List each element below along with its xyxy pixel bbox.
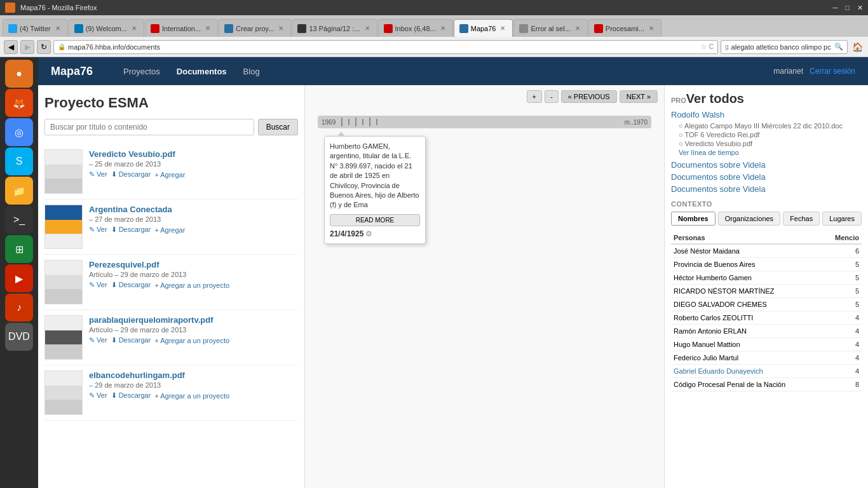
doc-link-1[interactable]: Documentos sobre Videla [671,172,862,182]
tab-close-international[interactable]: ✕ [203,24,212,33]
ctx-tab-3[interactable]: Lugares [822,212,862,226]
tab-international[interactable]: Internation... ✕ [145,19,218,37]
read-more-button[interactable]: READ MORE [330,214,420,226]
refresh-icon[interactable]: C [709,43,714,50]
tab-crear[interactable]: Crear proy... ✕ [219,19,291,37]
maximize-btn[interactable]: □ [845,4,850,12]
prev-button[interactable]: « PREVIOUS [561,90,617,103]
nav-documentos[interactable]: Documentos [172,64,232,79]
ctx-tab-2[interactable]: Fechas [783,212,820,226]
tab-favicon-mapa76 [459,24,468,33]
tab-pagina[interactable]: 13 Página/12 :... ✕ [292,19,377,37]
nav-logo[interactable]: Mapa76 [51,65,93,78]
spreadsheet-icon[interactable]: ⊞ [5,235,33,263]
doc-action-3-2[interactable]: + Agregar a un proyecto [154,336,229,344]
tab-close-twitter[interactable]: ✕ [53,24,62,33]
timeline-bar[interactable]: 1969 m..1970 [318,116,651,128]
doc-action-1-1[interactable]: ⬇ Descargar [111,226,151,234]
person-count-10: 8 [824,378,862,391]
forward-button[interactable]: ▶ [20,40,34,54]
zoom-out-button[interactable]: - [545,90,559,103]
dvd-icon[interactable]: DVD [5,323,33,351]
close-btn[interactable]: ✕ [857,4,863,12]
doc-action-4-1[interactable]: ⬇ Descargar [111,391,151,400]
firefox-icon[interactable]: 🦊 [5,89,33,117]
doc-title[interactable]: Veredicto Vesubio.pdf [89,149,175,159]
doc-action-2-1[interactable]: ⬇ Descargar [111,281,151,289]
files-icon[interactable]: 📁 [5,177,33,205]
doc-action-3-1[interactable]: ⬇ Descargar [111,336,151,344]
ctx-tab-1[interactable]: Organizaciones [718,212,780,226]
doc-info: Veredicto Vesubio.pdf – 25 de marzo de 2… [89,149,298,194]
person-name-3: RICARDO NÉSTOR MARTÍNEZ [671,285,824,298]
terminal-icon[interactable]: >_ [5,206,33,234]
list-item: elbancodehurlingam.pdf – 29 de marzo de … [44,365,298,421]
url-box[interactable]: 🔒 mapa76.hhba.info/documents ☆ C [53,40,718,54]
logout-link[interactable]: Cerrar sesión [810,67,855,76]
doc-title[interactable]: Argentina Conectada [89,205,172,214]
star-icon[interactable]: ☆ [701,43,707,50]
sub-link-2[interactable]: Veredicto Vesubio.pdf [671,140,862,147]
sub-link-0[interactable]: Alegato Campo Mayo III Miércoles 22 dic … [671,122,862,130]
music-icon[interactable]: ♪ [5,294,33,322]
search-box[interactable]: g alegato atletico banco olimpo pc 🔍 [721,40,848,54]
persons-col-header: Personas [671,232,824,244]
sub-link-1[interactable]: TOF 6 Veredicto Rei.pdf [671,131,862,139]
home-button[interactable]: 🏠 [850,40,864,54]
search-text: alegato atletico banco olimpo pc [731,43,832,51]
tab-label-inbox: Inbox (6,48... [395,25,436,32]
zoom-in-button[interactable]: + [527,90,542,103]
top-nav: Mapa76 Proyectos Documentos Blog mariane… [38,57,868,85]
chrome-icon[interactable]: ◎ [5,118,33,146]
doc-actions: ✎ Ver⬇ Descargar+ Agregar a un proyecto [89,281,298,289]
doc-action-0-1[interactable]: ⬇ Descargar [111,170,151,179]
tab-linkedin[interactable]: (9) Welcom... ✕ [69,19,144,37]
doc-link-0[interactable]: Documentos sobre Videla [671,160,862,170]
doc-action-4-0[interactable]: ✎ Ver [89,391,107,400]
tab-close-pagina[interactable]: ✕ [363,24,372,33]
tab-close-inbox[interactable]: ✕ [438,24,447,33]
video-icon[interactable]: ▶ [5,264,33,292]
tab-procesami[interactable]: Procesami... ✕ [588,19,661,37]
doc-action-0-0[interactable]: ✎ Ver [89,170,107,179]
doc-title[interactable]: Perezesquivel.pdf [89,260,159,269]
doc-action-0-2[interactable]: + Agregar [154,170,185,179]
timeline-link[interactable]: Ver línea de tiempo [671,149,862,156]
tab-close-crear[interactable]: ✕ [276,24,285,33]
tab-mapa76[interactable]: Mapa76 ✕ [454,19,513,37]
ubuntu-icon[interactable]: ● [5,60,33,88]
doc-action-2-0[interactable]: ✎ Ver [89,281,107,289]
nav-blog[interactable]: Blog [238,64,265,79]
doc-action-4-2[interactable]: + Agregar a un proyecto [154,391,229,400]
search-button[interactable]: Buscar [258,119,298,135]
reload-button[interactable]: ↻ [37,40,51,54]
tab-close-error[interactable]: ✕ [573,24,582,33]
tab-error[interactable]: Error al sel... ✕ [513,19,587,37]
ver-todos-label: Ver todos [686,92,744,106]
pro-label: PRO [671,97,686,104]
search-icon[interactable]: 🔍 [834,43,843,51]
doc-action-2-2[interactable]: + Agregar a un proyecto [154,281,229,289]
rodolfo-walsh-link[interactable]: Rodolfo Walsh [671,110,862,119]
ctx-tab-0[interactable]: Nombres [671,212,715,226]
person-name-5: Roberto Carlos ZEOLITTI [671,311,824,325]
doc-title[interactable]: elbancodehurlingam.pdf [89,370,185,380]
doc-action-1-2[interactable]: + Agregar [154,226,185,234]
popup-link-icon[interactable]: ⚙ [365,229,372,238]
skype-icon[interactable]: S [5,147,33,175]
minimize-btn[interactable]: ─ [833,4,838,12]
search-input[interactable] [44,119,254,135]
tab-inbox[interactable]: Inbox (6,48... ✕ [378,19,453,37]
back-button[interactable]: ◀ [4,40,18,54]
tab-twitter[interactable]: (4) Twitter ✕ [3,19,68,37]
person-name-9[interactable]: Gabriel Eduardo Dunayevich [671,365,824,378]
tab-close-mapa76[interactable]: ✕ [498,24,507,33]
tab-close-procesami[interactable]: ✕ [647,24,656,33]
next-button[interactable]: NEXT » [620,90,658,103]
doc-action-1-0[interactable]: ✎ Ver [89,226,107,234]
nav-proyectos[interactable]: Proyectos [118,64,165,79]
doc-link-2[interactable]: Documentos sobre Videla [671,184,862,194]
tab-close-linkedin[interactable]: ✕ [130,24,139,33]
doc-action-3-0[interactable]: ✎ Ver [89,336,107,344]
doc-title[interactable]: parablaquierquelomiraportv.pdf [89,315,214,325]
